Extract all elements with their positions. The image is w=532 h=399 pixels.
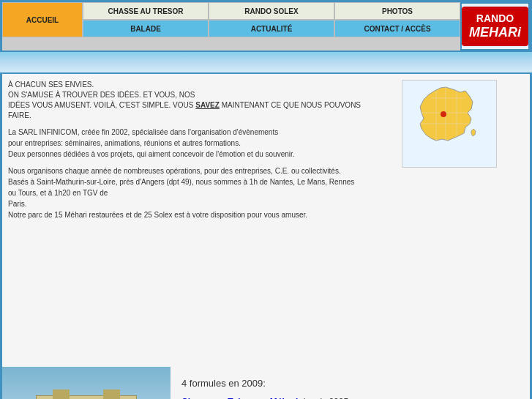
- rando-mehari-logo: RANDO MEHARi: [462, 7, 528, 46]
- nav-rando[interactable]: RANDO SOLEX: [209, 2, 334, 20]
- sky-banner: [0, 52, 532, 74]
- nav-accueil[interactable]: ACCUEIL: [2, 2, 83, 37]
- france-map-svg: [405, 83, 493, 164]
- description-operations: Nous organisons chaque année de nombreus…: [8, 165, 363, 220]
- nav-balade[interactable]: BALADE: [83, 20, 209, 37]
- bottom-section: 4 formules en 2009: Chasse au Trésor en …: [0, 367, 532, 399]
- mehari-illustration: [464, 367, 530, 399]
- formule-chasse: Chasse au Trésor en Méhari depuis 2005: [181, 396, 453, 399]
- nav-actualite[interactable]: ACTUALITÉ: [209, 20, 334, 37]
- nav-contact[interactable]: CONTACT / ACCÈS: [334, 20, 460, 37]
- intro-block: À CHACUN SES ENVIES. ON S'AMUSE À TROUVE…: [8, 80, 363, 121]
- nav-photos[interactable]: PHOTOS: [334, 2, 460, 20]
- formules-title: 4 formules en 2009:: [181, 378, 453, 389]
- formules-section: 4 formules en 2009: Chasse au Trésor en …: [171, 367, 464, 399]
- logo-container: RANDO MEHARi: [460, 2, 530, 51]
- svg-marker-0: [420, 87, 473, 141]
- description-infinicom: La SARL INFINICOM, créée fin 2002, spéci…: [8, 127, 363, 160]
- france-map: [402, 80, 497, 168]
- chateau-image: [2, 367, 171, 399]
- svg-marker-1: [471, 129, 476, 136]
- nav-chasse[interactable]: CHASSE AU TRESOR: [83, 2, 209, 20]
- svg-point-8: [441, 111, 446, 117]
